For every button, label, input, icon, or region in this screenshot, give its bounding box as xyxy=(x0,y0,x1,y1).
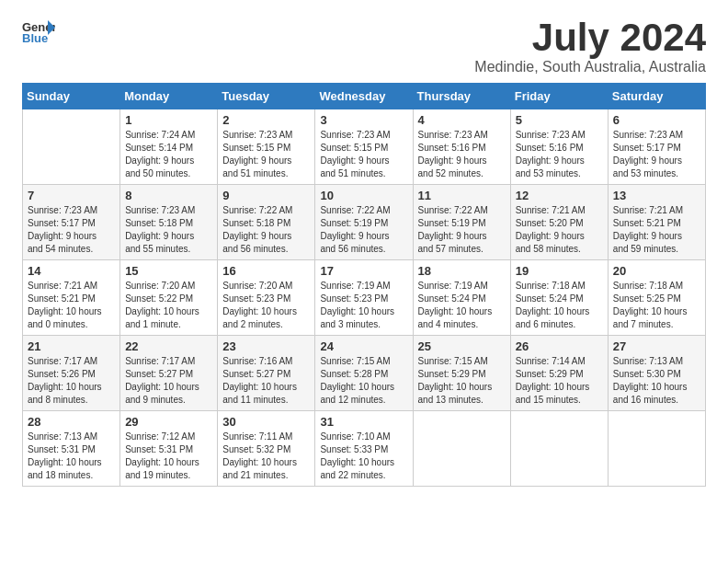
calendar-cell: 28Sunrise: 7:13 AMSunset: 5:31 PMDayligh… xyxy=(23,411,120,487)
calendar-cell: 25Sunrise: 7:15 AMSunset: 5:29 PMDayligh… xyxy=(413,336,510,411)
day-number: 11 xyxy=(418,189,506,202)
calendar-cell: 6Sunrise: 7:23 AMSunset: 5:17 PMDaylight… xyxy=(608,109,705,185)
calendar-cell: 17Sunrise: 7:19 AMSunset: 5:23 PMDayligh… xyxy=(315,260,413,336)
calendar-cell: 20Sunrise: 7:18 AMSunset: 5:25 PMDayligh… xyxy=(608,260,705,336)
calendar-cell: 19Sunrise: 7:18 AMSunset: 5:24 PMDayligh… xyxy=(510,260,608,336)
calendar-table: SundayMondayTuesdayWednesdayThursdayFrid… xyxy=(22,83,706,487)
day-number: 22 xyxy=(125,339,212,353)
day-info: Sunrise: 7:23 AMSunset: 5:18 PMDaylight:… xyxy=(125,204,212,256)
calendar-cell: 4Sunrise: 7:23 AMSunset: 5:16 PMDaylight… xyxy=(413,109,510,185)
calendar-cell: 29Sunrise: 7:12 AMSunset: 5:31 PMDayligh… xyxy=(120,411,218,487)
day-number: 6 xyxy=(613,113,700,127)
calendar-cell: 11Sunrise: 7:22 AMSunset: 5:19 PMDayligh… xyxy=(413,185,510,260)
day-number: 5 xyxy=(516,113,603,127)
day-info: Sunrise: 7:24 AMSunset: 5:14 PMDaylight:… xyxy=(125,129,212,180)
calendar-cell: 31Sunrise: 7:10 AMSunset: 5:33 PMDayligh… xyxy=(315,411,413,487)
day-number: 7 xyxy=(28,189,115,202)
day-number: 28 xyxy=(28,415,115,429)
day-number: 1 xyxy=(125,113,212,127)
page-header: General Blue July 2024 Medindie, South A… xyxy=(22,18,706,75)
day-number: 9 xyxy=(222,189,310,202)
calendar-cell: 15Sunrise: 7:20 AMSunset: 5:22 PMDayligh… xyxy=(120,260,218,336)
calendar-title: July 2024 xyxy=(474,18,706,57)
weekday-header: Sunday xyxy=(23,84,120,109)
calendar-cell: 14Sunrise: 7:21 AMSunset: 5:21 PMDayligh… xyxy=(23,260,120,336)
day-info: Sunrise: 7:23 AMSunset: 5:15 PMDaylight:… xyxy=(222,129,310,180)
day-number: 8 xyxy=(125,189,212,202)
day-info: Sunrise: 7:14 AMSunset: 5:29 PMDaylight:… xyxy=(516,355,603,407)
day-info: Sunrise: 7:23 AMSunset: 5:17 PMDaylight:… xyxy=(28,204,115,256)
weekday-header: Monday xyxy=(120,84,218,109)
day-info: Sunrise: 7:12 AMSunset: 5:31 PMDaylight:… xyxy=(125,431,212,482)
calendar-subtitle: Medindie, South Australia, Australia xyxy=(474,59,706,75)
day-info: Sunrise: 7:15 AMSunset: 5:28 PMDaylight:… xyxy=(320,355,407,407)
day-number: 23 xyxy=(222,339,310,353)
day-info: Sunrise: 7:19 AMSunset: 5:24 PMDaylight:… xyxy=(418,280,506,331)
day-number: 15 xyxy=(125,264,212,278)
day-number: 27 xyxy=(613,339,700,353)
day-info: Sunrise: 7:13 AMSunset: 5:30 PMDaylight:… xyxy=(613,355,700,407)
calendar-cell xyxy=(413,411,510,487)
day-number: 3 xyxy=(320,113,407,127)
calendar-cell xyxy=(23,109,120,185)
calendar-cell: 24Sunrise: 7:15 AMSunset: 5:28 PMDayligh… xyxy=(315,336,413,411)
calendar-cell: 1Sunrise: 7:24 AMSunset: 5:14 PMDaylight… xyxy=(120,109,218,185)
day-info: Sunrise: 7:10 AMSunset: 5:33 PMDaylight:… xyxy=(320,431,407,482)
calendar-week-row: 7Sunrise: 7:23 AMSunset: 5:17 PMDaylight… xyxy=(23,185,706,260)
calendar-cell xyxy=(510,411,608,487)
calendar-cell: 30Sunrise: 7:11 AMSunset: 5:32 PMDayligh… xyxy=(218,411,315,487)
day-info: Sunrise: 7:18 AMSunset: 5:24 PMDaylight:… xyxy=(516,280,603,331)
calendar-cell: 2Sunrise: 7:23 AMSunset: 5:15 PMDaylight… xyxy=(218,109,315,185)
calendar-cell: 10Sunrise: 7:22 AMSunset: 5:19 PMDayligh… xyxy=(315,185,413,260)
day-info: Sunrise: 7:21 AMSunset: 5:20 PMDaylight:… xyxy=(516,204,603,256)
calendar-cell: 13Sunrise: 7:21 AMSunset: 5:21 PMDayligh… xyxy=(608,185,705,260)
day-info: Sunrise: 7:13 AMSunset: 5:31 PMDaylight:… xyxy=(28,431,115,482)
day-info: Sunrise: 7:20 AMSunset: 5:22 PMDaylight:… xyxy=(125,280,212,331)
calendar-cell: 9Sunrise: 7:22 AMSunset: 5:18 PMDaylight… xyxy=(218,185,315,260)
calendar-cell: 26Sunrise: 7:14 AMSunset: 5:29 PMDayligh… xyxy=(510,336,608,411)
day-number: 20 xyxy=(613,264,700,278)
day-number: 2 xyxy=(222,113,310,127)
day-number: 4 xyxy=(418,113,506,127)
calendar-cell: 22Sunrise: 7:17 AMSunset: 5:27 PMDayligh… xyxy=(120,336,218,411)
day-info: Sunrise: 7:21 AMSunset: 5:21 PMDaylight:… xyxy=(28,280,115,331)
day-number: 12 xyxy=(516,189,603,202)
day-info: Sunrise: 7:23 AMSunset: 5:17 PMDaylight:… xyxy=(613,129,700,180)
day-number: 26 xyxy=(516,339,603,353)
weekday-header: Friday xyxy=(510,84,608,109)
day-info: Sunrise: 7:15 AMSunset: 5:29 PMDaylight:… xyxy=(418,355,506,407)
calendar-cell: 18Sunrise: 7:19 AMSunset: 5:24 PMDayligh… xyxy=(413,260,510,336)
day-number: 30 xyxy=(222,415,310,429)
calendar-cell: 12Sunrise: 7:21 AMSunset: 5:20 PMDayligh… xyxy=(510,185,608,260)
calendar-cell: 3Sunrise: 7:23 AMSunset: 5:15 PMDaylight… xyxy=(315,109,413,185)
day-number: 31 xyxy=(320,415,407,429)
day-info: Sunrise: 7:17 AMSunset: 5:26 PMDaylight:… xyxy=(28,355,115,407)
day-info: Sunrise: 7:19 AMSunset: 5:23 PMDaylight:… xyxy=(320,280,407,331)
day-info: Sunrise: 7:16 AMSunset: 5:27 PMDaylight:… xyxy=(222,355,310,407)
logo-icon: General Blue xyxy=(22,18,55,44)
day-number: 13 xyxy=(613,189,700,202)
day-number: 14 xyxy=(28,264,115,278)
day-number: 24 xyxy=(320,339,407,353)
day-number: 21 xyxy=(28,339,115,353)
day-info: Sunrise: 7:22 AMSunset: 5:19 PMDaylight:… xyxy=(320,204,407,256)
logo: General Blue xyxy=(22,18,59,44)
day-info: Sunrise: 7:20 AMSunset: 5:23 PMDaylight:… xyxy=(222,280,310,331)
day-number: 19 xyxy=(516,264,603,278)
calendar-cell: 21Sunrise: 7:17 AMSunset: 5:26 PMDayligh… xyxy=(23,336,120,411)
day-number: 16 xyxy=(222,264,310,278)
calendar-week-row: 28Sunrise: 7:13 AMSunset: 5:31 PMDayligh… xyxy=(23,411,706,487)
calendar-cell xyxy=(608,411,705,487)
day-number: 29 xyxy=(125,415,212,429)
day-info: Sunrise: 7:23 AMSunset: 5:16 PMDaylight:… xyxy=(418,129,506,180)
day-info: Sunrise: 7:21 AMSunset: 5:21 PMDaylight:… xyxy=(613,204,700,256)
calendar-cell: 8Sunrise: 7:23 AMSunset: 5:18 PMDaylight… xyxy=(120,185,218,260)
calendar-cell: 7Sunrise: 7:23 AMSunset: 5:17 PMDaylight… xyxy=(23,185,120,260)
day-number: 17 xyxy=(320,264,407,278)
svg-text:Blue: Blue xyxy=(22,31,48,44)
calendar-week-row: 14Sunrise: 7:21 AMSunset: 5:21 PMDayligh… xyxy=(23,260,706,336)
day-info: Sunrise: 7:17 AMSunset: 5:27 PMDaylight:… xyxy=(125,355,212,407)
day-info: Sunrise: 7:23 AMSunset: 5:15 PMDaylight:… xyxy=(320,129,407,180)
calendar-cell: 27Sunrise: 7:13 AMSunset: 5:30 PMDayligh… xyxy=(608,336,705,411)
weekday-header: Tuesday xyxy=(218,84,315,109)
